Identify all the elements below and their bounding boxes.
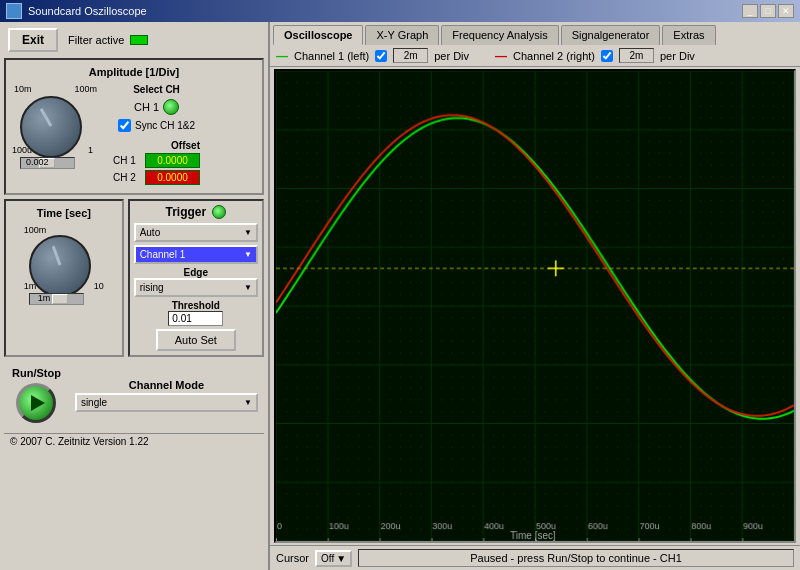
channel-mode-area: Channel Mode single ▼	[73, 377, 260, 414]
trigger-channel-label: Channel 1	[140, 249, 186, 260]
trigger-panel: Trigger Auto ▼ Channel 1 ▼ Edge rising ▼	[128, 199, 264, 357]
ch2-channel-label: Channel 2 (right)	[513, 50, 595, 62]
ch2-per-div-input[interactable]	[619, 48, 654, 63]
amplitude-knob[interactable]	[20, 96, 82, 158]
amplitude-title: Amplitude [1/Div]	[12, 66, 256, 78]
threshold-title: Threshold	[134, 300, 258, 311]
ch2-visible-checkbox[interactable]	[601, 50, 613, 62]
select-ch-label: Select CH	[133, 84, 180, 95]
close-button[interactable]: ✕	[778, 4, 794, 18]
run-stop-button[interactable]	[16, 383, 56, 423]
trigger-title-row: Trigger	[134, 205, 258, 219]
ch1-offset-row: CH 1	[113, 153, 200, 168]
app-icon	[6, 3, 22, 19]
title-bar-left: Soundcard Oszilloscope	[6, 3, 147, 19]
ch1-line-color: —	[276, 49, 288, 63]
select-ch-area: Select CH CH 1 Sync CH 1&2 Offset CH 1	[113, 84, 200, 187]
sync-checkbox-input[interactable]	[118, 119, 131, 132]
ch1-per-div-input[interactable]	[393, 48, 428, 63]
time-title: Time [sec]	[12, 207, 116, 219]
tab-xy-graph[interactable]: X-Y Graph	[365, 25, 439, 45]
cursor-arrow: ▼	[336, 553, 346, 564]
minimize-button[interactable]: _	[742, 4, 758, 18]
trigger-channel-dropdown[interactable]: Channel 1 ▼	[134, 245, 258, 264]
run-stop-title: Run/Stop	[12, 367, 61, 379]
top-bar-left: Exit Filter active	[4, 26, 264, 54]
channel-mode-title: Channel Mode	[129, 379, 204, 391]
bottom-bar: Cursor Off ▼ Paused - press Run/Stop to …	[270, 545, 800, 570]
filter-label: Filter active	[68, 34, 124, 46]
channel-bar: — Channel 1 (left) per Div — Channel 2 (…	[270, 45, 800, 67]
ch1-channel-label: Channel 1 (left)	[294, 50, 369, 62]
trigger-channel-arrow: ▼	[244, 250, 252, 259]
per-div-label-1: per Div	[434, 50, 469, 62]
status-text: Paused - press Run/Stop to continue - CH…	[470, 552, 682, 564]
offset-title: Offset	[113, 140, 200, 151]
cursor-value: Off	[321, 553, 334, 564]
time-label-100m: 100m	[24, 225, 47, 235]
ch2-line-color: —	[495, 49, 507, 63]
title-buttons: _ □ ✕	[742, 4, 794, 18]
edge-title: Edge	[134, 267, 258, 278]
trigger-mode-dropdown[interactable]: Auto ▼	[134, 223, 258, 242]
trigger-mode-arrow: ▼	[244, 228, 252, 237]
threshold-input[interactable]	[168, 311, 223, 326]
knob-label-100m: 100m	[74, 84, 97, 94]
ch1-offset-label: CH 1	[113, 155, 141, 166]
channel-mode-value: single	[81, 397, 107, 408]
threshold-area: Threshold	[134, 300, 258, 326]
trigger-mode-label: Auto	[140, 227, 161, 238]
tab-extras[interactable]: Extras	[662, 25, 715, 45]
offset-area: Offset CH 1 CH 2	[113, 140, 200, 187]
sync-checkbox[interactable]: Sync CH 1&2	[118, 119, 195, 132]
ch2-offset-label: CH 2	[113, 172, 141, 183]
amplitude-value: 0.002	[26, 157, 49, 167]
status-bar: Paused - press Run/Stop to continue - CH…	[358, 549, 794, 567]
ch2-offset-input[interactable]	[145, 170, 200, 185]
tab-frequency-analysis[interactable]: Frequency Analysis	[441, 25, 558, 45]
exit-button[interactable]: Exit	[8, 28, 58, 52]
filter-active-area: Filter active	[68, 34, 148, 46]
tab-bar: Oscilloscope X-Y Graph Frequency Analysi…	[270, 22, 800, 45]
edge-arrow: ▼	[244, 283, 252, 292]
ch1-led	[163, 99, 179, 115]
run-stop-row: Run/Stop Channel Mode single ▼	[4, 361, 264, 429]
ch1-offset-input[interactable]	[145, 153, 200, 168]
oscilloscope-display	[274, 69, 796, 543]
tab-oscilloscope[interactable]: Oscilloscope	[273, 25, 363, 45]
per-div-label-2: per Div	[660, 50, 695, 62]
amplitude-knob-area[interactable]: 10m 100m 100u 1 0.002	[12, 84, 97, 169]
window-title: Soundcard Oszilloscope	[28, 5, 147, 17]
time-value: 1m	[38, 293, 51, 303]
title-bar: Soundcard Oszilloscope _ □ ✕	[0, 0, 800, 22]
copyright-text: © 2007 C. Zeitnitz Version 1.22	[10, 436, 149, 447]
tab-signalgenerator[interactable]: Signalgenerator	[561, 25, 661, 45]
channel-mode-dropdown[interactable]: single ▼	[75, 393, 258, 412]
ch1-visible-checkbox[interactable]	[375, 50, 387, 62]
cursor-dropdown[interactable]: Off ▼	[315, 550, 352, 567]
run-stop-section: Run/Stop	[8, 363, 65, 427]
filter-led	[130, 35, 148, 45]
time-knob[interactable]	[29, 235, 91, 297]
main-container: Exit Filter active Amplitude [1/Div] 10m…	[0, 22, 800, 570]
left-panel: Exit Filter active Amplitude [1/Div] 10m…	[0, 22, 270, 570]
channel-mode-arrow: ▼	[244, 398, 252, 407]
time-label-10: 10	[94, 281, 104, 291]
scope-canvas	[276, 71, 794, 541]
knob-label-10m: 10m	[14, 84, 32, 94]
run-icon	[31, 395, 45, 411]
right-panel: Oscilloscope X-Y Graph Frequency Analysi…	[270, 22, 800, 570]
amplitude-section: Amplitude [1/Div] 10m 100m 100u 1	[4, 58, 264, 195]
edge-dropdown[interactable]: rising ▼	[134, 278, 258, 297]
time-section: Time [sec] 100m 1m 10 1m	[4, 199, 124, 357]
cursor-label: Cursor	[276, 552, 309, 564]
ch1-label: CH 1	[134, 101, 159, 113]
maximize-button[interactable]: □	[760, 4, 776, 18]
trigger-title: Trigger	[165, 205, 206, 219]
knob-label-1: 1	[88, 145, 93, 155]
sync-label: Sync CH 1&2	[135, 120, 195, 131]
auto-set-button[interactable]: Auto Set	[156, 329, 236, 351]
time-knob-area[interactable]: 100m 1m 10 1m	[24, 225, 104, 305]
ch1-radio[interactable]: CH 1	[134, 99, 179, 115]
time-trigger-row: Time [sec] 100m 1m 10 1m	[4, 199, 264, 357]
